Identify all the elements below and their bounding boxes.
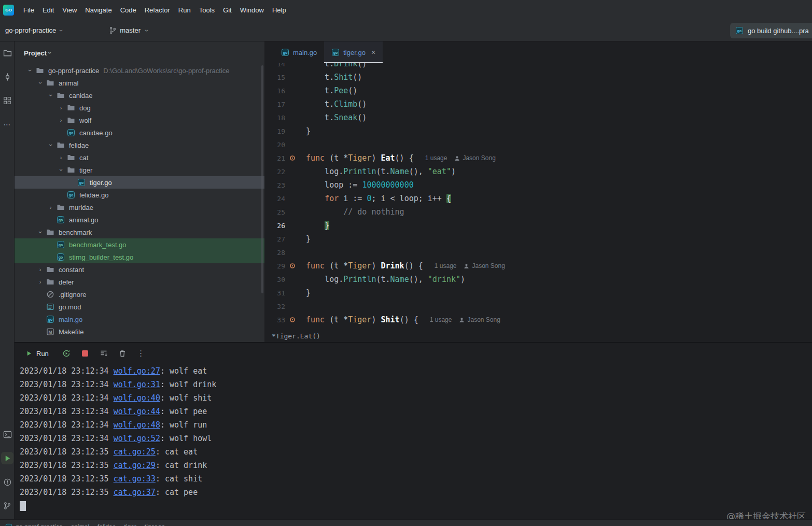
menu-item-git[interactable]: Git bbox=[219, 4, 236, 16]
line-number[interactable]: 25 bbox=[264, 208, 285, 216]
problems-tool-icon[interactable] bbox=[1, 476, 13, 488]
code-line-33[interactable]: 33func (t *Tiger) Shit() {1 usageJason S… bbox=[264, 313, 812, 326]
code-line-18[interactable]: 18 t.Sneak() bbox=[264, 111, 812, 124]
menu-item-file[interactable]: File bbox=[19, 4, 38, 16]
project-scrollbar[interactable] bbox=[261, 65, 263, 293]
code-line-17[interactable]: 17 t.Climb() bbox=[264, 97, 812, 111]
code-line-15[interactable]: 15 t.Shit() bbox=[264, 70, 812, 84]
method-marker-icon[interactable] bbox=[285, 263, 300, 269]
author-hint[interactable]: Jason Song bbox=[459, 316, 500, 323]
line-number[interactable]: 20 bbox=[264, 141, 285, 149]
console-file-link[interactable]: wolf.go:52 bbox=[114, 434, 160, 443]
breadcrumb-item[interactable]: tiger bbox=[124, 523, 136, 526]
console-file-link[interactable]: wolf.go:44 bbox=[114, 407, 160, 416]
usages-hint[interactable]: 1 usage bbox=[430, 316, 452, 323]
code-line-31[interactable]: 31} bbox=[264, 286, 812, 300]
code-area[interactable]: 14 t.Drink()15 t.Shit()16 t.Pee()17 t.Cl… bbox=[264, 63, 812, 330]
scroll-end-icon[interactable] bbox=[99, 348, 109, 359]
git-tool-icon[interactable] bbox=[1, 500, 13, 512]
tree-row-canidae.go[interactable]: gocanidae.go bbox=[15, 126, 264, 139]
close-tab-icon[interactable]: × bbox=[371, 48, 375, 56]
tree-row-go-pprof-practice[interactable]: ›go-pprof-practiceD:\GoLand\GoWorks\src\… bbox=[15, 64, 264, 77]
chevron-down-icon[interactable]: › bbox=[46, 92, 55, 99]
line-number[interactable]: 21 bbox=[264, 154, 285, 162]
menu-item-help[interactable]: Help bbox=[268, 4, 290, 16]
code-line-24[interactable]: 24 for i := 0; i < loop; i++ { bbox=[264, 192, 812, 205]
structure-tool-icon[interactable] bbox=[1, 94, 13, 107]
tree-row-Makefile[interactable]: MMakefile bbox=[15, 325, 264, 338]
tree-row-main.go[interactable]: gomain.go bbox=[15, 313, 264, 325]
console-file-link[interactable]: wolf.go:27 bbox=[114, 366, 160, 376]
chevron-down-icon[interactable]: › bbox=[35, 79, 45, 87]
line-number[interactable]: 17 bbox=[264, 101, 285, 108]
line-number[interactable]: 14 bbox=[264, 63, 285, 68]
chevron-right-icon[interactable]: › bbox=[56, 105, 66, 111]
usages-hint[interactable]: 1 usage bbox=[425, 154, 447, 162]
line-number[interactable]: 23 bbox=[264, 181, 285, 189]
line-number[interactable]: 18 bbox=[264, 114, 285, 122]
tree-row-felidae[interactable]: ›felidae bbox=[15, 139, 264, 151]
menu-item-tools[interactable]: Tools bbox=[195, 4, 219, 16]
breadcrumb-item[interactable]: tiger.go bbox=[145, 523, 165, 526]
console-file-link[interactable]: cat.go:37 bbox=[114, 488, 156, 497]
console-file-link[interactable]: wolf.go:40 bbox=[114, 393, 160, 403]
code-line-30[interactable]: 30 log.Println(t.Name(), "drink") bbox=[264, 273, 812, 286]
usages-hint[interactable]: 1 usage bbox=[435, 262, 457, 269]
code-line-14[interactable]: 14 t.Drink() bbox=[264, 63, 812, 70]
clear-icon[interactable] bbox=[117, 348, 128, 359]
branch-selector[interactable]: master › bbox=[105, 24, 152, 36]
tree-row-tiger.go[interactable]: gotiger.go bbox=[15, 176, 264, 189]
console-file-link[interactable]: cat.go:33 bbox=[114, 474, 156, 484]
menu-item-window[interactable]: Window bbox=[236, 4, 268, 16]
line-number[interactable]: 15 bbox=[264, 74, 285, 81]
editor-breadcrumb[interactable]: *Tiger.Eat() bbox=[264, 330, 812, 342]
code-line-28[interactable]: 28 bbox=[264, 246, 812, 259]
code-line-22[interactable]: 22 log.Println(t.Name(), "eat") bbox=[264, 165, 812, 178]
menu-item-run[interactable]: Run bbox=[174, 4, 195, 16]
tree-row-canidae[interactable]: ›canidae bbox=[15, 89, 264, 102]
code-line-25[interactable]: 25 // do nothing bbox=[264, 205, 812, 219]
menu-item-edit[interactable]: Edit bbox=[38, 4, 58, 16]
project-selector[interactable]: go-pprof-practice › bbox=[1, 24, 66, 36]
tree-row-animal.go[interactable]: goanimal.go bbox=[15, 214, 264, 226]
tree-row-defer[interactable]: ›defer bbox=[15, 276, 264, 288]
code-line-26[interactable]: 26 } bbox=[264, 219, 812, 232]
tree-row-benchmark_test.go[interactable]: gobenchmark_test.go bbox=[15, 238, 264, 251]
breadcrumb-item[interactable]: go-pprof-practice bbox=[16, 523, 63, 526]
code-line-27[interactable]: 27} bbox=[264, 232, 812, 246]
menu-item-view[interactable]: View bbox=[58, 4, 81, 16]
console-file-link[interactable]: wolf.go:31 bbox=[114, 380, 160, 389]
code-line-23[interactable]: 23 loop := 10000000000 bbox=[264, 178, 812, 192]
tree-row-cat[interactable]: ›cat bbox=[15, 151, 264, 164]
breadcrumb-item[interactable]: animal bbox=[71, 523, 89, 526]
tree-row-animal[interactable]: ›animal bbox=[15, 77, 264, 89]
line-number[interactable]: 19 bbox=[264, 127, 285, 135]
console-file-link[interactable]: wolf.go:48 bbox=[114, 420, 160, 430]
more-h-tool-icon[interactable]: ⋯ bbox=[1, 118, 13, 131]
menu-item-navigate[interactable]: Navigate bbox=[81, 4, 116, 16]
tree-row-constant[interactable]: ›constant bbox=[15, 263, 264, 276]
run-tab[interactable]: Run bbox=[26, 350, 49, 358]
line-number[interactable]: 24 bbox=[264, 195, 285, 203]
tab-tiger.go[interactable]: gotiger.go× bbox=[324, 41, 383, 63]
menu-item-refactor[interactable]: Refactor bbox=[141, 4, 174, 16]
tree-row-stirng_builder_test.go[interactable]: gostirng_builder_test.go bbox=[15, 251, 264, 263]
tree-row-muridae[interactable]: ›muridae bbox=[15, 201, 264, 214]
line-number[interactable]: 32 bbox=[264, 303, 285, 310]
line-number[interactable]: 29 bbox=[264, 262, 285, 270]
code-line-32[interactable]: 32 bbox=[264, 300, 812, 313]
line-number[interactable]: 22 bbox=[264, 168, 285, 176]
commit-tool-icon[interactable] bbox=[1, 70, 13, 83]
run-configuration-chip[interactable]: go go build github....pra bbox=[730, 23, 812, 38]
chevron-right-icon[interactable]: › bbox=[56, 117, 66, 123]
chevron-down-icon[interactable]: › bbox=[35, 229, 45, 236]
project-tool-icon[interactable] bbox=[1, 47, 13, 59]
chevron-right-icon[interactable]: › bbox=[35, 279, 45, 285]
tree-row-wolf[interactable]: ›wolf bbox=[15, 114, 264, 126]
chevron-down-icon[interactable]: › bbox=[25, 67, 35, 74]
stop-icon[interactable] bbox=[80, 348, 90, 359]
rerun-icon[interactable] bbox=[61, 348, 72, 359]
tree-row-benchmark[interactable]: ›benchmark bbox=[15, 226, 264, 238]
tree-row-.gitignore[interactable]: .gitignore bbox=[15, 288, 264, 301]
tree-row-tiger[interactable]: ›tiger bbox=[15, 164, 264, 176]
